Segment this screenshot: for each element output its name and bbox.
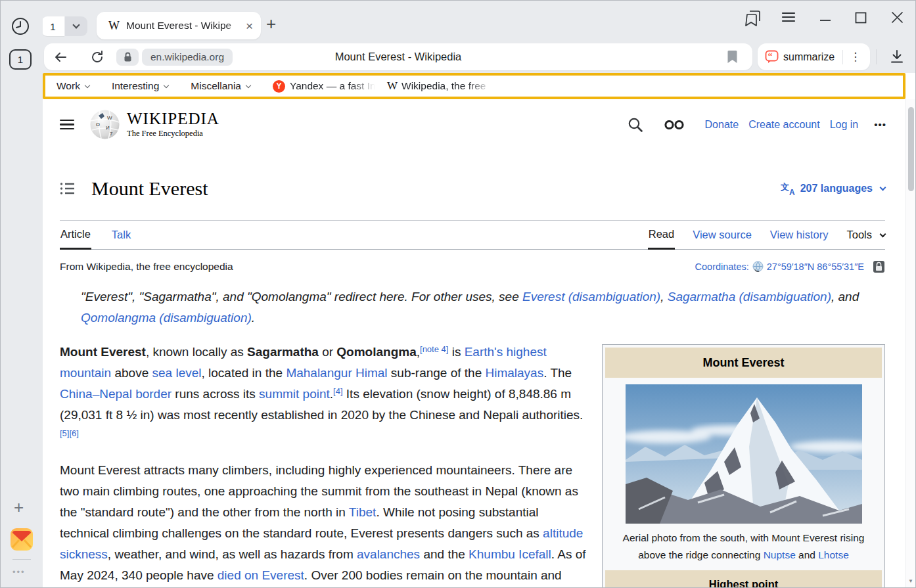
search-icon[interactable] [628,117,643,133]
toolbar-separator [876,49,877,64]
inline-link[interactable]: sea level [152,366,202,380]
bookmark-wikipedia[interactable]: W Wikipedia, the free [387,79,492,93]
infobox-section-highest-point: Highest point [605,570,882,587]
wikipedia-logo[interactable]: Ω W И 7 WIKIPEDIA The Free Encyclopedia [89,109,219,140]
bookmarks-bar-highlighted: Work Interesting Miscellania Y Yandex — … [43,73,905,99]
svg-text:文: 文 [781,182,789,192]
everest-photo[interactable] [626,384,862,524]
site-security-chip[interactable] [116,49,139,66]
active-tab[interactable]: W Mount Everest - Wikipe × [97,12,261,39]
tab-article[interactable]: Article [60,221,91,250]
article-tabs-row: Article Talk Read View source View histo… [60,221,885,250]
reference-link[interactable]: [6] [69,428,78,438]
bookmark-folder-interesting[interactable]: Interesting [112,80,168,92]
toc-list-icon[interactable] [60,182,75,195]
from-wikipedia-label: From Wikipedia, the free encyclopedia [60,261,233,273]
plain-text: above [111,366,152,380]
bookmark-flag-icon[interactable] [727,50,738,64]
maximize-button[interactable] [855,12,867,24]
plain-text: , known locally as [146,345,247,359]
log-in-link[interactable]: Log in [830,119,859,131]
tab-tools[interactable]: Tools [846,221,885,249]
inline-link[interactable]: Tibet [349,505,377,519]
inline-link[interactable]: Sagarmatha (disambiguation) [668,290,831,304]
url-domain-chip[interactable]: en.wikipedia.org [142,49,233,66]
bookmark-folder-miscellania[interactable]: Miscellania [191,80,250,92]
tab-counter-group[interactable]: 1 [41,16,87,36]
inline-link[interactable]: summit point [259,387,330,401]
languages-button[interactable]: 文 A 207 languages [781,181,885,196]
coordinates-label[interactable]: Coordinates: [695,261,749,272]
plain-text: , [660,290,668,304]
tab-view-history[interactable]: View history [769,221,829,249]
inline-link[interactable]: avalanches [357,547,420,561]
svg-text:“: “ [768,51,773,61]
plain-text: is [448,345,464,359]
plain-text: "Everest", "Sagarmatha", and "Qomolangma… [81,290,522,304]
bookmark-yandex[interactable]: Y Yandex — a fast In [273,80,387,93]
inline-link[interactable]: died on Everest [218,568,304,582]
yandex-favicon: Y [273,80,285,93]
create-account-link[interactable]: Create account [748,119,820,131]
tab-counter[interactable]: 1 [41,16,64,36]
inline-link[interactable]: Khumbu Icefall [469,547,551,561]
inline-link[interactable]: Nuptse [764,549,796,560]
workspace-tab-count-badge[interactable]: 1 [9,49,32,70]
chevron-down-icon [85,82,90,87]
sidebar-more-button[interactable]: ••• [12,567,26,577]
inline-link[interactable]: Himalayas [486,366,544,380]
back-icon[interactable] [53,50,68,64]
tab-label: View history [769,229,829,241]
web-content: Ω W И 7 WIKIPEDIA The Free Encyclopedia [43,99,915,587]
minimize-button[interactable] [819,18,831,22]
new-tab-button[interactable]: + [266,15,276,32]
infobox-title: Mount Everest [605,348,882,378]
tab-title: Mount Everest - Wikipe [126,20,243,32]
page-title: Mount Everest [91,177,208,199]
svg-text:W: W [107,115,112,121]
kebab-menu-icon[interactable]: ⋮ [850,50,861,64]
bookmark-folder-work[interactable]: Work [57,80,89,92]
wikipedia-wordmark: WIKIPEDIA [127,110,219,127]
chevron-down-icon [72,21,80,28]
close-button[interactable] [891,11,904,24]
inline-link[interactable]: Mahalangur Himal [286,366,387,380]
donate-link[interactable]: Donate [705,119,739,131]
tab-list-dropdown[interactable] [65,16,87,36]
scrollbar-thumb[interactable] [908,107,914,191]
reference-link[interactable]: [note 4] [420,344,448,354]
reference-link[interactable]: [5] [60,428,69,438]
plain-text: sub-range of the [388,366,486,380]
main-menu-icon[interactable] [60,117,74,133]
sidebar-add-button[interactable]: + [14,499,24,516]
tab-read[interactable]: Read [648,221,675,250]
side-panels-icon[interactable] [744,9,762,28]
browser-menu-icon[interactable] [781,11,796,23]
personal-tools-ellipsis[interactable]: ••• [874,119,886,130]
reload-icon[interactable] [89,49,105,65]
coordinates-value[interactable]: 27°59′18″N 86°55′31″E [767,261,864,272]
article-title-row: Mount Everest 文 A 207 languages [43,141,915,216]
inline-link[interactable]: Lhotse [818,549,849,560]
svg-text:7: 7 [110,131,113,137]
tab-talk[interactable]: Talk [111,221,131,249]
tab-close-icon[interactable]: × [246,20,253,32]
tab-view-source[interactable]: View source [692,221,752,249]
inline-link[interactable]: Everest (disambiguation) [522,290,660,304]
inline-link[interactable]: Qomolangma (disambiguation) [81,311,252,325]
address-bar[interactable]: en.wikipedia.org Mount Everest - Wikiped… [44,43,752,70]
inline-link[interactable]: China–Nepal border [60,387,172,401]
plain-text: , and [831,290,859,304]
wikipedia-favicon: W [387,79,398,93]
bookmark-folder-label: Interesting [112,80,159,92]
yandex-mail-icon[interactable] [10,528,34,551]
translate-icon: 文 A [781,181,796,196]
history-clock-icon[interactable] [11,16,30,36]
reference-link[interactable]: [4] [333,386,342,396]
summarize-button[interactable]: “ summarize ⋮ [758,43,870,70]
glasses-oo-icon[interactable] [664,120,684,130]
summarize-quote-icon: “ [765,50,779,64]
page-scrollbar[interactable]: ▼ [905,99,915,587]
scrollbar-down-arrow[interactable]: ▼ [906,578,915,584]
downloads-icon[interactable] [889,49,905,64]
